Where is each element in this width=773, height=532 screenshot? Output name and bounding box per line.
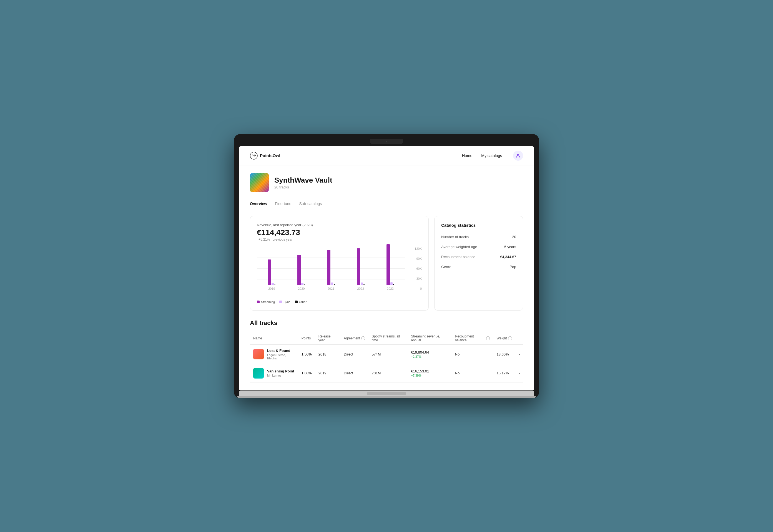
track-title-2: Vanishing Point [267, 369, 294, 373]
stat-value-genre: Pop [510, 265, 516, 269]
bar-streaming-2022 [357, 248, 360, 285]
chart-y-axis: 120K 90K 60K 30K 0 [408, 247, 422, 290]
bar-sync-2021 [331, 283, 333, 285]
nav-links: Home My catalogs [462, 153, 502, 158]
chart-col-2021: 2021 [327, 247, 335, 290]
revenue-title: Revenue, last reported year (2023) [257, 223, 422, 227]
bar-other-2019 [274, 284, 275, 285]
track-recoupment-1: No [452, 344, 494, 364]
x-label-2023: 2023 [387, 287, 394, 290]
track-artist-1: Logan Pierce, Electra [267, 353, 295, 360]
col-header-spotify-streams: Spotify streams, all time [368, 332, 408, 345]
tracks-table-head: Name Points Release year Agreement i Spo… [250, 332, 523, 345]
bar-group-2019 [268, 259, 275, 285]
table-row[interactable]: Vanishing Point Mr. Lumos 1.00% 2019 Dir… [250, 364, 523, 382]
stat-value-age: 5 years [504, 245, 516, 249]
tab-overview[interactable]: Overview [250, 199, 267, 209]
y-label-120k: 120K [415, 247, 422, 250]
legend-label-sync: Sync [283, 300, 290, 304]
track-revenue-change-2: +7.39% [411, 374, 448, 377]
track-points-1: 1.50% [298, 344, 315, 364]
track-chevron-2[interactable]: › [515, 364, 523, 382]
col-header-streaming-revenue: Streaming revenue, annual [408, 332, 452, 345]
catalog-title: SynthWave Vault [274, 176, 332, 185]
tab-sub-catalogs[interactable]: Sub-catalogs [299, 199, 322, 209]
x-label-2022: 2022 [357, 287, 364, 290]
legend-other: Other [295, 300, 307, 304]
y-label-60k: 60K [416, 267, 422, 270]
nav-home[interactable]: Home [462, 153, 472, 158]
bar-sync-2020 [301, 283, 303, 285]
track-title-1: Lost & Found [267, 349, 295, 353]
stat-value-recoupment: €4,344.67 [500, 255, 516, 259]
legend-dot-sync [279, 301, 282, 303]
weight-info-icon[interactable]: i [508, 336, 512, 340]
chart-col-2019: 2019 [268, 247, 275, 290]
revenue-change-pct: +5.21% [258, 238, 270, 241]
track-thumb-2 [253, 368, 264, 379]
track-agreement-2: Direct [340, 364, 368, 382]
track-revenue-1: €19,804.64 +2.37% [408, 344, 452, 364]
track-chevron-1[interactable]: › [515, 344, 523, 364]
bar-sync-2022 [361, 283, 363, 285]
bar-group-2022 [357, 248, 364, 285]
track-name-cell-2: Vanishing Point Mr. Lumos [250, 364, 298, 382]
svg-point-4 [255, 155, 255, 156]
revenue-change: +5.21% previous year [257, 238, 422, 241]
user-avatar-button[interactable] [513, 151, 523, 161]
revenue-change-label: previous year [272, 238, 292, 241]
bar-other-2023 [393, 284, 394, 285]
tab-bar: Overview Fine-tune Sub-catalogs [250, 199, 523, 209]
legend-label-streaming: Streaming [261, 300, 275, 304]
logo[interactable]: PointsOwl [250, 152, 280, 160]
tracks-section-title: All tracks [250, 319, 523, 327]
chart-x-axis [257, 297, 405, 297]
revenue-chart: 2019 2020 [257, 247, 422, 297]
bar-group-2023 [386, 244, 394, 285]
owl-icon [250, 152, 258, 160]
track-revenue-change-1: +2.37% [411, 355, 448, 358]
col-header-points: Points [298, 332, 315, 345]
stat-label-recoupment: Recoupment balance [441, 255, 475, 259]
track-streams-2: 701M [368, 364, 408, 382]
user-icon [516, 153, 520, 158]
revenue-panel: Revenue, last reported year (2023) €114,… [250, 216, 429, 311]
x-label-2019: 2019 [268, 287, 275, 290]
svg-point-0 [250, 152, 257, 159]
nav-my-catalogs[interactable]: My catalogs [481, 153, 502, 158]
bar-other-2020 [304, 284, 305, 285]
stat-row-age: Average weighted age 5 years [441, 242, 516, 252]
tab-fine-tune[interactable]: Fine-tune [275, 199, 291, 209]
track-info-2: Vanishing Point Mr. Lumos [267, 369, 294, 377]
bar-other-2021 [334, 284, 335, 285]
track-revenue-2: €16,153.01 +7.39% [408, 364, 452, 382]
track-recoupment-2: No [452, 364, 494, 382]
chart-columns: 2019 2020 [257, 247, 405, 290]
catalog-stats-title: Catalog statistics [441, 223, 516, 228]
track-name-cell-1: Lost & Found Logan Pierce, Electra [250, 344, 298, 364]
svg-point-3 [252, 155, 253, 156]
tracks-section: All tracks Name Points Release year Agre… [250, 319, 523, 383]
y-label-30k: 30K [416, 277, 422, 280]
track-release-year-2: 2019 [315, 364, 340, 382]
bar-streaming-2020 [297, 255, 301, 285]
stat-row-tracks: Number of tracks 20 [441, 232, 516, 242]
bar-sync-2019 [271, 283, 274, 285]
legend-label-other: Other [299, 300, 307, 304]
bar-other-2022 [363, 284, 364, 285]
recoupment-info-icon[interactable]: i [486, 336, 490, 340]
revenue-amount: €114,423.73 [257, 228, 422, 237]
bar-streaming-2021 [327, 250, 330, 285]
catalog-info: SynthWave Vault 20 tracks [274, 176, 332, 189]
col-header-agreement: Agreement i [340, 332, 368, 345]
bar-group-2020 [297, 255, 305, 285]
x-label-2020: 2020 [298, 287, 304, 290]
bar-streaming-2023 [386, 244, 390, 285]
table-row[interactable]: Lost & Found Logan Pierce, Electra 1.50%… [250, 344, 523, 364]
legend-dot-streaming [257, 301, 259, 303]
content-panels: Revenue, last reported year (2023) €114,… [250, 216, 523, 311]
track-info-1: Lost & Found Logan Pierce, Electra [267, 349, 295, 360]
stat-value-tracks: 20 [512, 235, 516, 239]
legend-streaming: Streaming [257, 300, 275, 304]
agreement-info-icon[interactable]: i [361, 336, 365, 340]
